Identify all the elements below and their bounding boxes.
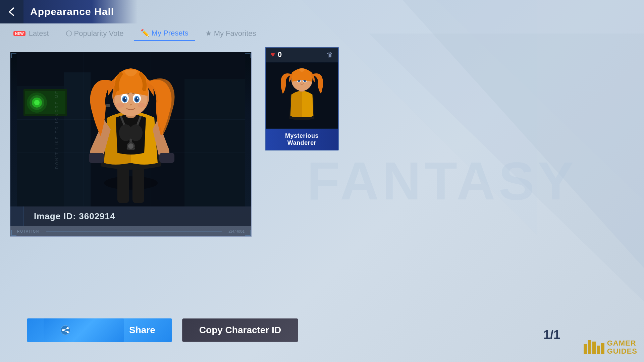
bar-1 [584, 344, 587, 354]
title-bar: Appearance Hall [23, 0, 138, 23]
page-title: Appearance Hall [30, 6, 114, 17]
tab-latest[interactable]: NEW Latest [7, 26, 56, 41]
tab-popularity[interactable]: ⬡ Popularity Vote [59, 26, 130, 41]
gamer-guides-text-block: GAMER GUIDES [607, 339, 637, 355]
svg-rect-7 [184, 79, 245, 206]
thumb-image [266, 62, 338, 129]
rotation-label: ROTATION [17, 230, 39, 233]
corner-bl [11, 230, 16, 236]
favorites-icon: ★ [205, 29, 212, 38]
thumb-character-svg [266, 62, 338, 129]
share-button[interactable]: Share [27, 318, 172, 342]
bar-4 [597, 346, 600, 354]
svg-point-13 [27, 93, 47, 113]
thumb-name-bar: Mysterious Wanderer [266, 129, 338, 150]
thumb-top-bar: ♥ 0 🗑 [266, 48, 338, 62]
svg-point-18 [104, 176, 158, 190]
pagination-text: 1/1 [543, 328, 560, 342]
gamer-guides-line2: GUIDES [607, 347, 637, 355]
share-label: Share [129, 325, 155, 336]
svg-rect-26 [159, 153, 174, 163]
copy-id-label: Copy Character ID [199, 325, 281, 335]
bar-2 [588, 340, 591, 354]
heart-icon: ♥ [271, 50, 275, 59]
fantasy-watermark: FANTASY [307, 150, 577, 212]
svg-point-38 [116, 103, 124, 108]
tab-latest-label: Latest [29, 29, 49, 38]
corner-tr [245, 53, 251, 58]
character-name: Mysterious Wanderer [285, 132, 319, 146]
svg-point-37 [137, 98, 138, 99]
tab-presets-label: My Presets [152, 29, 189, 38]
svg-marker-0 [402, 0, 644, 268]
character-background-svg [10, 52, 251, 206]
gamer-guides-line1: GAMER [607, 339, 637, 347]
svg-point-42 [128, 143, 133, 149]
card-bottom-bar: ROTATION 2247-6051 [10, 226, 251, 236]
svg-point-39 [138, 103, 146, 108]
tab-popularity-label: Popularity Vote [74, 29, 124, 38]
svg-rect-25 [89, 153, 104, 163]
like-count: ♥ 0 [271, 50, 282, 59]
character-thumbnail-card: ♥ 0 🗑 [265, 47, 339, 150]
action-buttons: Share Copy Character ID [27, 318, 298, 342]
bar-3 [592, 342, 596, 354]
presets-icon: ✏️ [141, 29, 150, 38]
nav-tabs: NEW Latest ⬡ Popularity Vote ✏️ My Prese… [0, 23, 270, 44]
new-badge: NEW [13, 31, 25, 36]
share-icon-wrapper [44, 318, 124, 342]
character-detail-card: YOU MUST BE A HERO HOTTA SIZE [10, 52, 252, 237]
gamer-guides-bars [584, 340, 604, 354]
copy-id-button[interactable]: Copy Character ID [182, 318, 298, 342]
image-id: Image ID: 3602914 [17, 211, 115, 221]
tab-favorites[interactable]: ★ My Favorites [199, 26, 263, 41]
tab-favorites-label: My Favorites [214, 29, 256, 38]
share-circle [44, 318, 124, 342]
gamer-guides-logo: GAMER GUIDES [584, 339, 637, 355]
thumb-corner-decoration [332, 144, 339, 150]
back-button[interactable] [0, 0, 23, 23]
svg-point-36 [125, 98, 126, 99]
card-footer: Image ID: 3602914 [10, 206, 251, 226]
card-footer-left-bar [10, 206, 24, 226]
like-count-value: 0 [278, 50, 282, 59]
character-image: DON'T LIKE TO IGNORE ME [10, 52, 251, 206]
svg-marker-2 [369, 34, 644, 302]
corner-tl [11, 53, 16, 58]
pagination: 1/1 [543, 328, 560, 342]
svg-point-24 [129, 124, 143, 141]
corner-br [245, 230, 251, 236]
svg-marker-1 [436, 0, 644, 201]
delete-button[interactable]: 🗑 [326, 51, 333, 59]
side-text: DON'T LIKE TO IGNORE ME [55, 90, 59, 169]
svg-rect-6 [64, 72, 91, 206]
tab-presets[interactable]: ✏️ My Presets [134, 26, 195, 41]
rotation-bar [46, 231, 222, 232]
timestamp-label: 2247-6051 [228, 230, 245, 233]
header: Appearance Hall [0, 0, 138, 23]
bar-5 [601, 343, 604, 354]
share-icon [60, 325, 70, 335]
svg-rect-40 [106, 104, 110, 107]
popularity-icon: ⬡ [66, 29, 72, 38]
